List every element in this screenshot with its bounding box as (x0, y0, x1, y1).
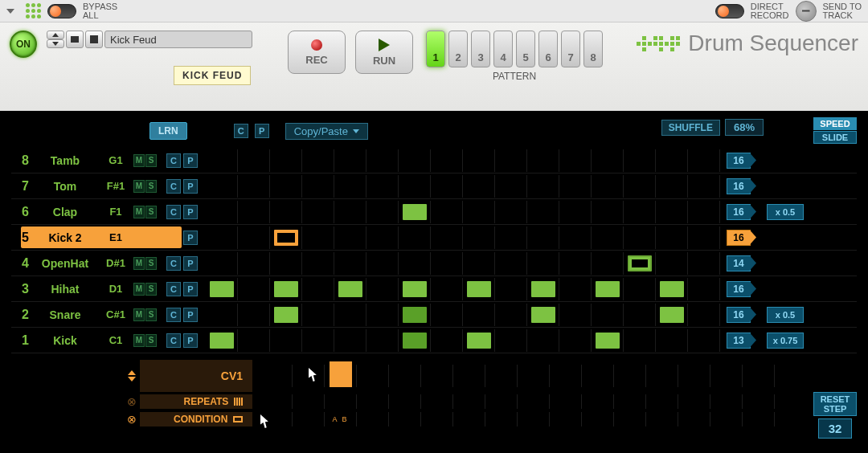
step-cell[interactable] (463, 226, 495, 249)
step-cell[interactable] (431, 252, 463, 275)
patch-save-button[interactable] (85, 31, 103, 48)
pattern-button-3[interactable]: 3 (471, 31, 490, 67)
track-paste-button[interactable]: P (183, 231, 198, 245)
step-cell[interactable] (592, 329, 624, 352)
step-cell[interactable] (206, 252, 238, 275)
step-cell[interactable] (270, 175, 302, 198)
step-cell[interactable] (624, 175, 656, 198)
step-cell[interactable] (334, 329, 366, 352)
condition-cell[interactable] (614, 412, 646, 426)
repeat-cell[interactable] (485, 394, 518, 409)
track-paste-button[interactable]: P (183, 333, 198, 348)
condition-cell[interactable] (293, 412, 325, 426)
track-paste-button[interactable]: P (183, 256, 198, 271)
step-cell[interactable] (334, 175, 366, 198)
step-cell[interactable] (495, 252, 527, 275)
cv-cell[interactable] (453, 365, 485, 387)
step-cell[interactable] (399, 201, 431, 223)
step-cell[interactable] (270, 278, 302, 300)
step-cell[interactable] (366, 252, 399, 275)
step-cell[interactable] (463, 201, 495, 223)
step-cell[interactable] (334, 278, 366, 300)
track-paste-button[interactable]: P (183, 308, 198, 322)
step-cell[interactable] (431, 304, 463, 326)
step-cell[interactable] (206, 304, 238, 326)
run-button[interactable]: RUN (355, 31, 413, 74)
track-name[interactable]: Hihat (29, 283, 101, 296)
track-length[interactable]: 13 (727, 333, 751, 349)
pattern-button-5[interactable]: 5 (516, 31, 535, 67)
cv-cell[interactable] (357, 365, 389, 387)
step-cell[interactable] (399, 278, 431, 300)
step-cell[interactable] (302, 226, 334, 249)
track-name[interactable]: Snare (29, 308, 101, 321)
solo-button[interactable]: S (145, 283, 157, 296)
cv-cell[interactable] (710, 365, 743, 387)
track-paste-button[interactable]: P (183, 153, 198, 168)
step-cell[interactable] (527, 329, 559, 352)
track-paste-button[interactable]: P (183, 179, 198, 194)
condition-cell[interactable] (260, 412, 293, 426)
repeat-cell[interactable] (293, 394, 325, 409)
step-cell[interactable] (624, 278, 656, 300)
step-cell[interactable] (463, 304, 495, 326)
step-cell[interactable] (656, 278, 688, 300)
step-cell[interactable] (302, 278, 334, 300)
mute-button[interactable]: M (133, 334, 145, 347)
track-copy-button[interactable]: C (166, 179, 181, 194)
solo-button[interactable]: S (145, 257, 157, 270)
condition-cell[interactable] (485, 412, 518, 426)
track-name[interactable]: Kick (29, 334, 101, 347)
mute-button[interactable]: M (133, 257, 145, 270)
track-speed[interactable]: x 0.75 (767, 333, 804, 349)
condition-cell[interactable] (743, 412, 775, 426)
solo-button[interactable]: S (145, 334, 157, 347)
track-length[interactable]: 16 (727, 153, 751, 169)
pattern-button-8[interactable]: 8 (583, 31, 603, 67)
step-cell[interactable] (688, 329, 720, 352)
track-speed[interactable]: x 0.5 (767, 204, 804, 220)
mute-button[interactable]: M (133, 154, 145, 167)
condition-cell[interactable] (453, 412, 485, 426)
pattern-button-7[interactable]: 7 (561, 31, 580, 67)
step-cell[interactable] (495, 226, 527, 249)
track-length[interactable]: 16 (727, 204, 751, 220)
step-cell[interactable] (302, 175, 334, 198)
step-cell[interactable] (238, 304, 270, 326)
track-note[interactable]: C1 (101, 334, 130, 346)
step-cell[interactable] (334, 201, 366, 223)
repeat-cell[interactable] (710, 394, 743, 409)
track-length[interactable]: 16 (727, 178, 751, 194)
step-cell[interactable] (688, 201, 720, 223)
step-cell[interactable] (463, 278, 495, 300)
track-paste-button[interactable]: P (183, 205, 198, 219)
step-cell[interactable] (624, 304, 656, 326)
track-name[interactable]: Tom (29, 180, 101, 193)
track-note[interactable]: D#1 (101, 257, 130, 269)
step-cell[interactable] (302, 149, 334, 172)
track-copy-button[interactable]: C (166, 256, 181, 271)
step-cell[interactable] (399, 149, 431, 172)
step-cell[interactable] (592, 304, 624, 326)
track-length[interactable]: 16 (727, 281, 751, 297)
condition-cell[interactable] (389, 412, 421, 426)
step-cell[interactable] (527, 149, 559, 172)
step-cell[interactable] (527, 226, 559, 249)
step-cell[interactable] (206, 175, 238, 198)
step-cell[interactable] (624, 149, 656, 172)
step-cell[interactable] (559, 175, 592, 198)
repeat-cell[interactable] (325, 394, 357, 409)
condition-cell[interactable] (550, 412, 582, 426)
cv-cell[interactable] (518, 365, 550, 387)
learn-button[interactable]: LRN (149, 122, 187, 140)
step-cell[interactable] (463, 149, 495, 172)
step-cell[interactable] (238, 226, 270, 249)
repeat-cell[interactable] (678, 394, 710, 409)
step-cell[interactable] (334, 149, 366, 172)
step-cell[interactable] (592, 149, 624, 172)
step-cell[interactable] (334, 252, 366, 275)
step-cell[interactable] (495, 304, 527, 326)
step-cell[interactable] (656, 149, 688, 172)
condition-cell[interactable] (518, 412, 550, 426)
paste-all-button[interactable]: P (255, 124, 269, 138)
